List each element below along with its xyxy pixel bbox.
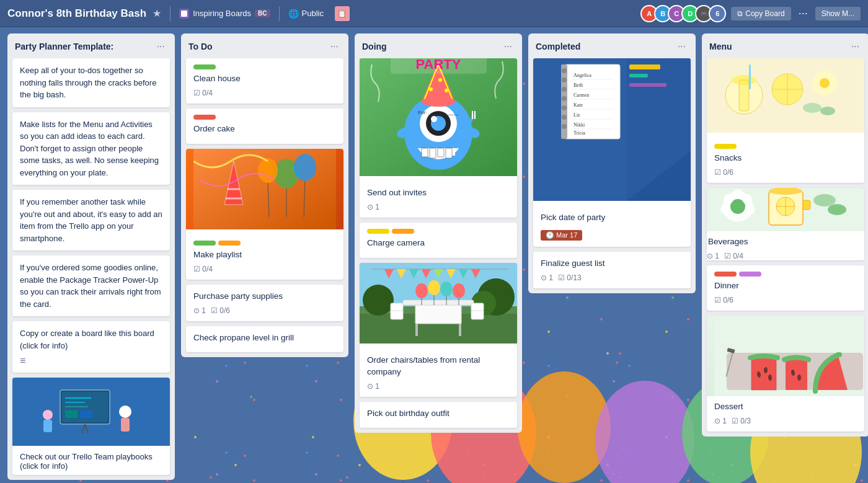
board-link[interactable]: Inspiring Boards BC bbox=[179, 9, 270, 19]
card-check-propane[interactable]: Check propane level in grill bbox=[186, 326, 343, 353]
board-badge: BC bbox=[255, 9, 270, 17]
svg-rect-85 bbox=[629, 74, 648, 78]
card-finalize-guest[interactable]: Finalize guest list ⊙ 1 ☑ 0/13 bbox=[533, 252, 691, 288]
card-dessert-checklist: ☑ 0/3 bbox=[732, 417, 751, 425]
card-make-playlist-checklist: ☑ 0/4 bbox=[193, 265, 213, 273]
card-dessert-meta: ⊙ 1 ☑ 0/3 bbox=[714, 417, 857, 425]
column-completed-header: Completed ··· bbox=[528, 33, 696, 58]
card-make-playlist-body: Make playlist ☑ 0/4 bbox=[186, 234, 343, 280]
card-beverages-image bbox=[707, 188, 864, 231]
column-doing-title: Doing bbox=[362, 42, 387, 51]
card-dinner-title: Dinner bbox=[714, 280, 857, 292]
visibility-button[interactable]: 🌐 Public bbox=[288, 9, 324, 19]
card-dinner-meta: ☑ 0/6 bbox=[714, 296, 857, 304]
party-svg: PARTY For: ___________ bbox=[360, 58, 517, 176]
trello-team-pin: ⊙ 1 bbox=[20, 474, 32, 475]
label-red bbox=[193, 115, 216, 120]
column-party-planner-menu[interactable]: ··· bbox=[154, 40, 167, 53]
copy-board-button[interactable]: ⧉ Copy Board bbox=[731, 7, 790, 20]
svg-text:Beth: Beth bbox=[574, 82, 583, 88]
column-todo-content: Clean house ☑ 0/4 Order cake bbox=[181, 58, 348, 357]
svg-rect-34 bbox=[446, 148, 452, 158]
card-finalize-guest-title: Finalize guest list bbox=[541, 258, 683, 270]
show-more-button[interactable]: Show M... bbox=[815, 7, 861, 20]
svg-point-45 bbox=[422, 97, 455, 107]
card-description-3[interactable]: If you remember another task while you'r… bbox=[12, 190, 170, 250]
svg-point-7 bbox=[43, 410, 53, 420]
avatar-count[interactable]: 6 bbox=[709, 5, 726, 22]
column-party-planner-content: Keep all of your to-dos together so noth… bbox=[7, 58, 175, 480]
card-description-2[interactable]: Make lists for the Menu and Activities s… bbox=[12, 112, 170, 185]
copy-board-label: Copy Board bbox=[745, 9, 784, 18]
snacks-svg bbox=[707, 58, 864, 133]
card-pick-outfit[interactable]: Pick out birthday outfit bbox=[360, 402, 517, 428]
card-desc-2-text: Make lists for the Menu and Activities s… bbox=[20, 118, 162, 179]
card-charge-camera[interactable]: Charge camera bbox=[360, 223, 517, 258]
svg-text:Kate: Kate bbox=[574, 102, 583, 108]
card-clean-house-title: Clean house bbox=[193, 73, 336, 85]
more-button[interactable]: ··· bbox=[796, 7, 810, 20]
card-pick-date[interactable]: Angelica Beth Carmen Kate Liz Nikki Tric… bbox=[533, 58, 691, 247]
column-menu-header: Menu ··· bbox=[702, 33, 868, 58]
card-dessert[interactable]: Dessert ⊙ 1 ☑ 0/3 bbox=[707, 316, 864, 432]
card-description-5[interactable]: Copy or create a board like this board (… bbox=[12, 321, 170, 373]
svg-rect-32 bbox=[430, 148, 436, 158]
column-completed-title: Completed bbox=[536, 42, 580, 51]
svg-point-42 bbox=[429, 87, 433, 91]
card-order-cake-labels bbox=[193, 115, 336, 120]
card-clean-house[interactable]: Clean house ☑ 0/4 bbox=[186, 58, 343, 104]
label-yellow-2 bbox=[714, 144, 737, 149]
svg-text:Angelica: Angelica bbox=[574, 73, 591, 78]
card-order-chairs-body: Order chairs/tables from rental company … bbox=[360, 348, 517, 397]
column-completed-content: Angelica Beth Carmen Kate Liz Nikki Tric… bbox=[528, 58, 696, 293]
svg-point-117 bbox=[820, 78, 830, 88]
card-description-4[interactable]: If you've ordered some goodies online, e… bbox=[12, 255, 170, 316]
svg-point-125 bbox=[742, 194, 752, 204]
card-beverages[interactable]: Beverages ⊙ 1 ☑ 0/4 bbox=[707, 188, 864, 260]
card-snacks-body: Snacks ☑ 0/6 bbox=[707, 138, 864, 183]
outdoor-svg bbox=[360, 263, 517, 343]
card-purchase-supplies-title: Purchase party supplies bbox=[193, 291, 336, 303]
svg-point-64 bbox=[415, 283, 428, 298]
svg-rect-55 bbox=[403, 300, 474, 305]
card-order-chairs-title: Order chairs/tables from rental company bbox=[367, 355, 510, 378]
column-completed-menu[interactable]: ··· bbox=[675, 40, 688, 53]
column-doing-content: PARTY For: ___________ Send out invites … bbox=[355, 58, 522, 433]
card-purchase-supplies[interactable]: Purchase party supplies ⊙ 1 ☑ 0/6 bbox=[186, 285, 343, 321]
card-send-invites-title: Send out invites bbox=[367, 187, 510, 199]
svg-text:Liz: Liz bbox=[574, 112, 580, 118]
card-trello-team[interactable]: Check out our Trello Team playbooks (cli… bbox=[12, 378, 170, 475]
label-purple bbox=[739, 272, 761, 277]
board: Party Planner Template: ··· Keep all of … bbox=[0, 27, 868, 483]
card-send-invites[interactable]: PARTY For: ___________ Send out invites … bbox=[360, 58, 517, 218]
column-todo-menu[interactable]: ··· bbox=[328, 40, 341, 53]
header-icon-1[interactable]: 📋 bbox=[335, 6, 350, 21]
column-doing: Doing ··· bbox=[355, 33, 522, 433]
card-make-playlist-title: Make playlist bbox=[193, 249, 336, 261]
svg-rect-10 bbox=[121, 418, 130, 432]
star-icon[interactable]: ★ bbox=[153, 7, 161, 19]
card-snacks[interactable]: Snacks ☑ 0/6 bbox=[707, 58, 864, 183]
column-doing-menu[interactable]: ··· bbox=[502, 40, 515, 53]
card-order-cake[interactable]: Order cake bbox=[186, 109, 343, 144]
column-menu-menu-btn[interactable]: ··· bbox=[849, 40, 862, 53]
trello-team-image bbox=[12, 378, 170, 446]
svg-point-65 bbox=[428, 280, 440, 295]
svg-point-124 bbox=[733, 189, 743, 199]
svg-point-126 bbox=[724, 194, 733, 204]
card-purchase-supplies-checklist: ☑ 0/6 bbox=[211, 306, 230, 315]
card-make-playlist[interactable]: Make playlist ☑ 0/4 bbox=[186, 149, 343, 280]
card-snacks-title: Snacks bbox=[714, 153, 857, 164]
card-description-1[interactable]: Keep all of your to-dos together so noth… bbox=[12, 58, 170, 107]
svg-point-20 bbox=[258, 158, 278, 183]
beverages-svg bbox=[707, 188, 864, 231]
svg-point-135 bbox=[813, 194, 836, 206]
svg-point-66 bbox=[440, 281, 453, 296]
card-dinner[interactable]: Dinner ☑ 0/6 bbox=[707, 265, 864, 311]
card-pick-date-title: Pick date of party bbox=[541, 212, 683, 224]
svg-rect-131 bbox=[803, 200, 810, 210]
copy-icon: ⧉ bbox=[737, 9, 743, 18]
svg-point-94 bbox=[562, 115, 567, 120]
card-order-chairs[interactable]: Order chairs/tables from rental company … bbox=[360, 263, 517, 397]
card-snacks-meta: ☑ 0/6 bbox=[714, 168, 857, 177]
